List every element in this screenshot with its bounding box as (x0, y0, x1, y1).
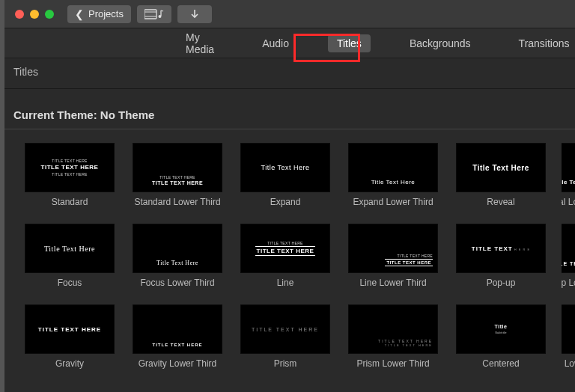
tab-backgrounds[interactable]: Backgrounds (401, 34, 480, 52)
filmstrip-music-icon (144, 9, 164, 19)
title-tile-line[interactable]: TITLE TEXT HERE TITLE TEXT HERE Line (238, 224, 332, 300)
download-arrow-icon (189, 9, 200, 19)
close-icon[interactable] (15, 10, 24, 19)
title-tile-lower[interactable]: Title Lower (562, 304, 575, 381)
title-tile-focus-lower-third[interactable]: Title Text Here Focus Lower Third (130, 224, 225, 300)
tab-titles[interactable]: Titles (328, 34, 371, 52)
title-tile-prism[interactable]: TITLE TEXT HERE Prism (238, 304, 332, 381)
title-tile-prism-lower-third[interactable]: TITLE TEXT HERE TITLE TEXT HERE Prism Lo… (346, 304, 440, 381)
title-tile-centered[interactable]: Title Subtitle Centered (454, 304, 548, 381)
top-toolbar: ❮ Projects (4, 0, 575, 28)
title-tile-standard[interactable]: TITLE TEXT HERE TITLE TEXT HERE TITLE TE… (22, 143, 117, 219)
tab-my-media[interactable]: My Media (177, 28, 223, 58)
svg-rect-0 (144, 10, 156, 19)
minimize-icon[interactable] (30, 10, 39, 19)
back-label: Projects (88, 8, 124, 19)
theme-heading: Current Theme: No Theme (4, 89, 575, 129)
tab-transitions[interactable]: Transitions (510, 34, 575, 52)
window-controls (12, 10, 54, 19)
title-tile-popup-lower-third[interactable]: TITLE TEXT H E R E Pop-up Lower Third (562, 224, 575, 300)
tab-audio[interactable]: Audio (253, 34, 298, 52)
content-tabs: My Media Audio Titles Backgrounds Transi… (4, 28, 575, 58)
title-tile-expand[interactable]: Title Text Here Expand (238, 143, 332, 219)
titles-grid: TITLE TEXT HERE TITLE TEXT HERE TITLE TE… (4, 129, 575, 381)
back-to-projects-button[interactable]: ❮ Projects (67, 5, 131, 23)
title-tile-expand-lower-third[interactable]: Title Text Here Expand Lower Third (346, 143, 440, 219)
title-tile-popup[interactable]: TITLE TEXT H E R E Pop-up (454, 224, 548, 300)
svg-point-3 (158, 15, 161, 18)
title-tile-standard-lower-third[interactable]: TITLE TEXT HERE TITLE TEXT HERE Standard… (130, 143, 225, 219)
title-tile-focus[interactable]: Title Text Here Focus (22, 224, 117, 300)
title-tile-reveal[interactable]: Title Text Here Reveal (454, 143, 548, 219)
title-tile-gravity[interactable]: TITLE TEXT HERE Gravity (22, 304, 117, 381)
title-tile-gravity-lower-third[interactable]: TITLE TEXT HERE Gravity Lower Third (130, 304, 225, 381)
chevron-left-icon: ❮ (75, 8, 84, 20)
zoom-icon[interactable] (45, 10, 54, 19)
section-heading: Titles (4, 58, 575, 89)
import-button[interactable] (177, 5, 212, 23)
title-tile-line-lower-third[interactable]: TITLE TEXT HERE TITLE TEXT HERE Line Low… (346, 224, 440, 300)
title-tile-reveal-lower-third[interactable]: Title Text Here Reveal Lower Third (562, 143, 575, 219)
media-filter-button[interactable] (137, 5, 171, 23)
